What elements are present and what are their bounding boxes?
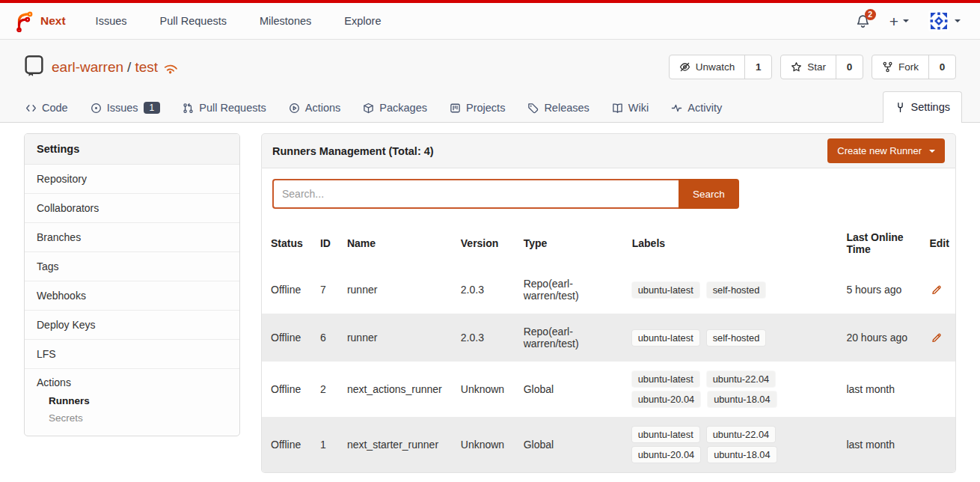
sidebar-subitem-runners[interactable]: Runners bbox=[49, 395, 227, 406]
package-icon bbox=[363, 103, 374, 114]
unwatch-label: Unwatch bbox=[696, 61, 735, 73]
create-runner-button[interactable]: Create new Runner bbox=[827, 138, 945, 163]
sidebar-group-actions: Actions RunnersSecrets bbox=[25, 369, 239, 436]
nav-link-milestones[interactable]: Milestones bbox=[260, 15, 311, 27]
tab-label: Wiki bbox=[628, 102, 649, 114]
panel-body: Search StatusIDNameVersionTypeLabelsLast… bbox=[261, 168, 956, 473]
runner-status-cell: Offline bbox=[262, 362, 311, 417]
user-menu-button[interactable] bbox=[928, 10, 961, 31]
column-header-version: Version bbox=[452, 221, 515, 266]
runner-type-cell: Repo(earl-warren/test) bbox=[515, 266, 623, 314]
edit-runner-button[interactable] bbox=[929, 330, 944, 345]
issue-icon bbox=[91, 103, 102, 114]
create-menu-button[interactable]: + bbox=[889, 13, 909, 29]
edit-runner-button[interactable] bbox=[929, 282, 944, 297]
runner-type-cell: Repo(earl-warren/test) bbox=[515, 314, 623, 362]
runner-row: Offline2next_actions_runnerUnknownGlobal… bbox=[262, 362, 955, 417]
runner-row: Offline1next_starter_runnerUnknownGlobal… bbox=[262, 417, 955, 472]
runner-last-online-cell: last month bbox=[837, 417, 920, 472]
sidebar-item-deploy-keys[interactable]: Deploy Keys bbox=[25, 311, 239, 340]
search-input[interactable] bbox=[272, 179, 679, 209]
runner-edit-cell bbox=[920, 417, 955, 472]
sidebar-item-repository[interactable]: Repository bbox=[25, 165, 239, 194]
repo-name-link[interactable]: test bbox=[135, 59, 158, 76]
panel-header: Runners Management (Total: 4) Create new… bbox=[261, 133, 956, 168]
tag-icon bbox=[527, 103, 539, 114]
repo-action-buttons: Unwatch1Star0Fork0 bbox=[669, 55, 956, 79]
page: Next IssuesPull RequestsMilestonesExplor… bbox=[0, 0, 980, 482]
search-button[interactable]: Search bbox=[679, 179, 739, 209]
column-header-edit: Edit bbox=[920, 221, 955, 266]
runner-label-pill: ubuntu-latest bbox=[632, 330, 699, 346]
tab-code[interactable]: Code bbox=[18, 94, 76, 122]
sidebar-item-collaborators[interactable]: Collaborators bbox=[25, 194, 239, 223]
runner-version-cell: 2.0.3 bbox=[452, 266, 515, 314]
tab-actions[interactable]: Actions bbox=[281, 94, 349, 122]
runner-labels-cell: ubuntu-latestself-hosted bbox=[623, 266, 838, 314]
search-row: Search bbox=[262, 168, 955, 221]
wrench-icon bbox=[895, 102, 906, 113]
fork-count[interactable]: 0 bbox=[928, 55, 955, 79]
column-header-name: Name bbox=[338, 221, 452, 266]
repo-owner-link[interactable]: earl-warren bbox=[52, 59, 123, 76]
sidebar-item-lfs[interactable]: LFS bbox=[25, 340, 239, 369]
runner-label-pill: self-hosted bbox=[707, 330, 766, 346]
fork-button[interactable]: Fork bbox=[872, 55, 928, 79]
code-icon bbox=[25, 103, 37, 114]
nav-link-issues[interactable]: Issues bbox=[96, 15, 127, 27]
unwatch-count[interactable]: 1 bbox=[744, 55, 771, 79]
repo-title: earl-warren / test bbox=[24, 55, 177, 79]
runner-last-online-cell: 5 hours ago bbox=[837, 266, 920, 314]
runner-label-pill: ubuntu-18.04 bbox=[708, 447, 776, 463]
sidebar-item-webhooks[interactable]: Webhooks bbox=[25, 281, 239, 311]
tab-label: Issues bbox=[107, 102, 138, 114]
repo-separator: / bbox=[127, 59, 131, 76]
column-header-id: ID bbox=[311, 221, 338, 266]
runner-last-online-cell: last month bbox=[837, 362, 920, 417]
tab-packages[interactable]: Packages bbox=[355, 94, 435, 122]
tab-releases[interactable]: Releases bbox=[520, 94, 596, 122]
runner-type-cell: Global bbox=[515, 362, 623, 417]
star-label: Star bbox=[807, 61, 826, 73]
tab-wiki[interactable]: Wiki bbox=[604, 94, 656, 122]
runner-label-pill: ubuntu-latest bbox=[632, 427, 699, 442]
unwatch-button[interactable]: Unwatch bbox=[670, 55, 745, 79]
sidebar-subitem-secrets[interactable]: Secrets bbox=[49, 412, 227, 424]
runner-type-cell: Global bbox=[515, 417, 623, 472]
tab-label: Releases bbox=[544, 102, 589, 114]
runner-row: Offline6runner2.0.3Repo(earl-warren/test… bbox=[262, 314, 955, 362]
tab-projects[interactable]: Projects bbox=[442, 94, 512, 122]
runner-status-cell: Offline bbox=[262, 417, 311, 472]
runner-last-online-cell: 20 hours ago bbox=[837, 314, 920, 362]
sidebar-item-branches[interactable]: Branches bbox=[25, 223, 239, 252]
main-content: Settings RepositoryCollaboratorsBranches… bbox=[0, 123, 980, 473]
runner-edit-cell bbox=[920, 362, 955, 417]
rss-icon[interactable] bbox=[162, 58, 180, 76]
brand-link[interactable]: Next bbox=[40, 14, 66, 28]
star-count[interactable]: 0 bbox=[836, 55, 863, 79]
pencil-icon bbox=[931, 332, 943, 344]
book-icon bbox=[24, 55, 44, 79]
fork-label: Fork bbox=[898, 61, 919, 73]
notifications-button[interactable]: 2 bbox=[856, 14, 870, 28]
panel-title: Runners Management (Total: 4) bbox=[272, 145, 434, 157]
tab-issues[interactable]: Issues1 bbox=[83, 94, 168, 122]
runner-label-pill: ubuntu-latest bbox=[632, 371, 699, 387]
sidebar-item-actions[interactable]: Actions bbox=[37, 376, 227, 388]
runner-label-pill: ubuntu-22.04 bbox=[707, 371, 775, 387]
tab-pull-requests[interactable]: Pull Requests bbox=[175, 94, 273, 122]
star-button[interactable]: Star bbox=[781, 55, 836, 79]
nav-link-pull-requests[interactable]: Pull Requests bbox=[160, 15, 227, 27]
runner-name-cell: next_starter_runner bbox=[338, 417, 452, 472]
play-circle-icon bbox=[289, 103, 300, 114]
tab-activity[interactable]: Activity bbox=[664, 94, 729, 122]
tab-label: Actions bbox=[305, 102, 341, 114]
tab-label: Pull Requests bbox=[199, 102, 266, 114]
tab-settings[interactable]: Settings bbox=[883, 91, 962, 123]
tab-label: Packages bbox=[379, 102, 427, 114]
sidebar-item-tags[interactable]: Tags bbox=[25, 252, 239, 281]
nav-link-explore[interactable]: Explore bbox=[344, 15, 381, 27]
avatar-identicon bbox=[928, 10, 949, 31]
forgejo-logo-icon[interactable] bbox=[13, 10, 34, 32]
settings-sidebar: Settings RepositoryCollaboratorsBranches… bbox=[24, 133, 240, 436]
